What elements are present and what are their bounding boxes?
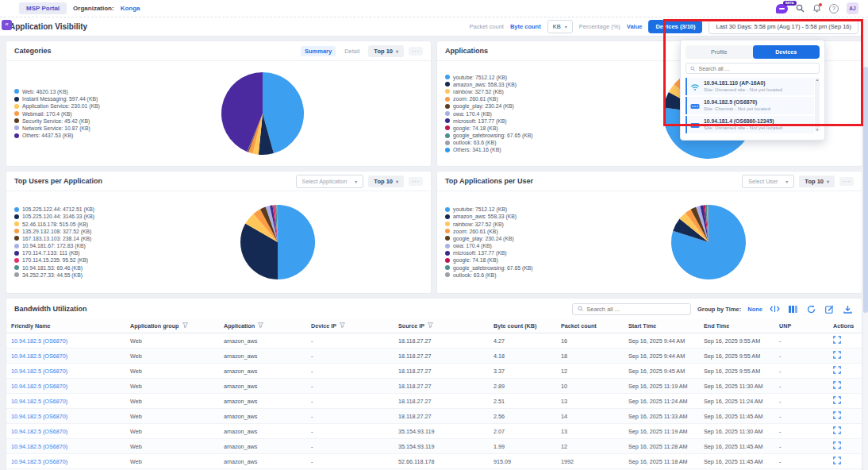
legend-item[interactable]: 10.94.181.53: 69.46 (KB) xyxy=(14,265,195,271)
filter-funnel-icon[interactable] xyxy=(428,322,433,329)
fit-columns-icon[interactable] xyxy=(769,303,781,315)
notifications-bell-icon[interactable] xyxy=(812,4,821,13)
legend-item[interactable]: Webmail: 170.4 (KB) xyxy=(14,111,195,117)
more-options-icon[interactable]: ··· xyxy=(839,177,854,186)
legend-item[interactable]: microsoft: 137.77 (KB) xyxy=(445,118,626,124)
friendly-name-link[interactable]: 10.94.182.5 (OS6870) xyxy=(6,439,125,454)
friendly-name-link[interactable]: 10.94.182.5 (OS6870) xyxy=(6,454,125,469)
legend-item[interactable]: 10.94.181.67: 172.83 (KB) xyxy=(14,243,195,248)
select-application-dropdown[interactable]: Select Application ▾ xyxy=(296,175,364,188)
legend-item[interactable]: owa: 170.4 (KB) xyxy=(445,243,626,248)
byte-count-toggle[interactable]: Byte count xyxy=(510,23,541,30)
legend-item[interactable]: rainbow: 327.52 (KB) xyxy=(445,222,626,227)
filter-funnel-icon[interactable] xyxy=(182,322,188,329)
sidebar-collapse-button[interactable]: « xyxy=(2,20,12,30)
legend-item[interactable]: zoom: 260.61 (KB) xyxy=(445,229,626,234)
detail-toggle[interactable]: Detail xyxy=(340,46,363,56)
top-10-dropdown[interactable]: Top 10 ▾ xyxy=(799,175,835,187)
filter-funnel-icon[interactable] xyxy=(340,322,345,329)
expand-row-icon[interactable] xyxy=(833,396,841,404)
column-header-byte-count-kb-[interactable]: Byte count (KB) xyxy=(489,319,556,333)
expand-row-icon[interactable] xyxy=(833,411,841,419)
legend-item[interactable]: Instant Messaging: 597.44 (KB) xyxy=(14,96,195,102)
expand-row-icon[interactable] xyxy=(833,457,841,464)
legend-item[interactable]: outlook: 63.6 (KB) xyxy=(445,272,626,278)
legend-item[interactable]: google_play: 230.24 (KB) xyxy=(445,236,626,241)
edit-columns-icon[interactable] xyxy=(824,303,835,315)
column-header-source-ip[interactable]: Source IP xyxy=(394,319,489,333)
scrollbar-thumb[interactable] xyxy=(863,67,868,313)
friendly-name-link[interactable]: 10.94.182.5 (OS6870) xyxy=(6,349,125,364)
categories-pie-chart[interactable] xyxy=(221,71,305,156)
legend-item[interactable]: amazon_aws: 558.33 (KB) xyxy=(445,214,626,219)
friendly-name-link[interactable]: 10.94.182.5 (OS6870) xyxy=(6,424,125,439)
expand-row-icon[interactable] xyxy=(833,426,841,434)
group-by-time-value[interactable]: None xyxy=(747,306,762,313)
scroll-down-icon[interactable]: ▼ xyxy=(816,128,819,132)
table-search-input[interactable] xyxy=(586,306,686,313)
legend-item[interactable]: Others: 341.16 (KB) xyxy=(445,147,626,152)
legend-item[interactable]: 52.46.116.178: 515.05 (KB) xyxy=(14,222,195,227)
legend-item[interactable]: google: 74.18 (KB) xyxy=(445,257,626,263)
organization-name-link[interactable]: Konga xyxy=(121,5,140,12)
device-list-scrollbar[interactable]: ▲▼ xyxy=(815,78,820,132)
friendly-name-link[interactable]: 10.94.182.5 (OS6870) xyxy=(6,409,125,424)
legend-item[interactable]: 135.29.132.108: 327.52 (KB) xyxy=(14,229,195,234)
table-search-box[interactable] xyxy=(572,303,691,315)
expand-row-icon[interactable] xyxy=(833,351,841,359)
column-header-friendly-name[interactable]: Friendly Name xyxy=(6,319,125,333)
legend-item[interactable]: 167.183.13.103: 238.14 (KB) xyxy=(14,236,195,241)
legend-item[interactable]: 105.225.122.44: 4712.51 (KB) xyxy=(14,206,195,212)
filter-funnel-icon[interactable] xyxy=(428,322,433,328)
legend-item[interactable]: zoom: 260.61 (KB) xyxy=(445,96,626,102)
help-icon[interactable]: ? xyxy=(829,4,839,13)
legend-item[interactable]: 34.252.27.33: 44.55 (KB) xyxy=(14,272,195,278)
top-10-dropdown[interactable]: Top 10 ▾ xyxy=(368,45,404,57)
filter-funnel-icon[interactable] xyxy=(340,322,345,328)
more-options-icon[interactable]: ··· xyxy=(409,47,423,56)
filter-funnel-icon[interactable] xyxy=(258,322,263,329)
legend-item[interactable]: 170.114.7.133: 111 (KB) xyxy=(14,250,195,256)
summary-toggle[interactable]: Summary xyxy=(301,46,336,56)
legend-item[interactable]: Application Service: 230.01 (KB) xyxy=(14,103,195,109)
more-options-icon[interactable]: ··· xyxy=(409,177,423,186)
user-avatar[interactable]: AJ xyxy=(847,2,858,14)
legend-item[interactable]: Network Service: 10.87 (KB) xyxy=(14,125,195,131)
tab-devices[interactable]: Devices xyxy=(753,45,820,59)
column-header-actions[interactable]: Actions xyxy=(828,319,862,333)
top-10-dropdown[interactable]: Top 10 ▾ xyxy=(368,175,404,187)
device-search-input[interactable] xyxy=(699,66,815,71)
export-icon[interactable] xyxy=(842,303,854,315)
legend-item[interactable]: Others: 4437.53 (KB) xyxy=(14,133,195,138)
expand-row-icon[interactable] xyxy=(833,441,841,449)
scroll-up-icon[interactable]: ▲ xyxy=(816,78,819,82)
legend-item[interactable]: rainbow: 327.52 (KB) xyxy=(445,89,626,94)
pie-slice[interactable] xyxy=(278,205,315,279)
expand-row-icon[interactable] xyxy=(833,366,841,374)
filter-funnel-icon[interactable] xyxy=(258,322,263,328)
legend-item[interactable]: youtube: 7512.12 (KB) xyxy=(445,75,626,80)
legend-item[interactable]: microsoft: 137.77 (KB) xyxy=(445,250,626,256)
page-scrollbar[interactable] xyxy=(863,19,868,470)
packet-count-toggle[interactable]: Packet count xyxy=(470,23,504,30)
legend-item[interactable]: Web: 4620.13 (KB) xyxy=(14,89,195,94)
legend-item[interactable]: amazon_aws: 558.33 (KB) xyxy=(445,82,626,87)
friendly-name-link[interactable]: 10.94.182.5 (OS6870) xyxy=(6,379,125,394)
tab-profile[interactable]: Profile xyxy=(686,45,753,59)
devices-filter-button[interactable]: Devices (3/10) xyxy=(648,20,702,33)
legend-item[interactable]: owa: 170.4 (KB) xyxy=(445,111,626,117)
msp-portal-button[interactable]: MSP Portal xyxy=(19,2,67,14)
column-header-end-time[interactable]: End Time xyxy=(699,319,774,333)
unit-select[interactable]: KB ▾ xyxy=(547,20,573,33)
column-header-application-group[interactable]: Application group xyxy=(125,319,219,333)
search-icon[interactable] xyxy=(796,4,805,13)
expand-row-icon[interactable] xyxy=(833,336,841,344)
percentage-toggle[interactable]: Percentage (%) xyxy=(579,23,620,30)
legend-item[interactable]: 170.114.15.235: 95.52 (KB) xyxy=(14,257,195,263)
chat-assistant-icon[interactable]: BETA xyxy=(776,4,788,13)
column-header-start-time[interactable]: Start Time xyxy=(624,319,699,333)
top_apps-pie-chart[interactable] xyxy=(670,204,747,280)
legend-item[interactable]: outlook: 63.6 (KB) xyxy=(445,140,626,145)
column-header-packet-count[interactable]: Packet count xyxy=(556,319,624,333)
legend-item[interactable]: 105.225.120.44: 3146.33 (KB) xyxy=(14,214,195,219)
